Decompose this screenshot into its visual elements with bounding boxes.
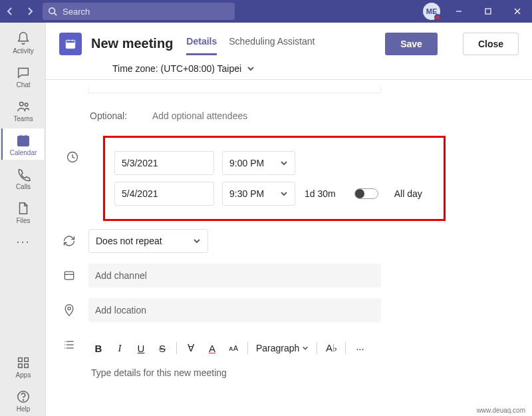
repeat-select[interactable]: Does not repeat [88, 229, 208, 253]
tabs: Details Scheduling Assistant [186, 32, 315, 55]
tab-details[interactable]: Details [186, 32, 217, 55]
chevron-down-icon [302, 345, 309, 351]
all-day-toggle[interactable] [354, 188, 378, 199]
calendar-badge-icon [59, 33, 82, 55]
svg-point-6 [20, 103, 24, 106]
tab-scheduling-assistant[interactable]: Scheduling Assistant [229, 32, 315, 55]
search-icon [48, 7, 57, 16]
svg-line-1 [55, 13, 57, 16]
title-field-placeholder[interactable] [88, 87, 381, 93]
svg-point-17 [23, 399, 23, 400]
font-size-button[interactable]: ᴀA [223, 338, 243, 358]
content-pane: New meeting Details Scheduling Assistant… [45, 23, 532, 416]
watermark: www.deuaq.com [474, 406, 528, 415]
rail-apps[interactable]: Apps [1, 351, 44, 382]
details-textarea[interactable]: Type details for this new meeting [88, 358, 519, 378]
highlight-button[interactable]: ∀ [181, 338, 201, 358]
app-rail: Activity Chat Teams Calendar Calls Files… [0, 23, 45, 416]
svg-rect-15 [25, 364, 29, 368]
end-time-input[interactable]: 9:30 PM [222, 182, 295, 206]
rail-files[interactable]: Files [1, 196, 44, 228]
duration-label: 1d 30m [305, 188, 336, 199]
rail-chat[interactable]: Chat [1, 61, 44, 92]
rich-text-toolbar: B I U S ∀ A ᴀA Paragraph [88, 338, 519, 358]
add-channel-input[interactable]: Add channel [88, 264, 381, 288]
description-icon [59, 338, 79, 351]
optional-label: Optional: [90, 110, 136, 121]
svg-rect-3 [485, 9, 491, 14]
teams-icon [16, 99, 31, 114]
end-date-input[interactable]: 5/4/2021 [114, 182, 214, 206]
chat-icon [16, 65, 31, 80]
phone-icon [16, 167, 31, 182]
svg-point-0 [49, 8, 55, 14]
file-icon [16, 201, 31, 216]
rail-teams[interactable]: Teams [1, 95, 44, 126]
search-input[interactable] [63, 7, 229, 17]
rail-calendar[interactable]: Calendar [1, 128, 44, 160]
optional-attendees-input[interactable] [146, 104, 398, 128]
italic-button[interactable]: I [110, 338, 130, 358]
svg-rect-12 [19, 358, 23, 362]
svg-point-25 [68, 307, 70, 310]
page-header: New meeting Details Scheduling Assistant… [46, 23, 532, 55]
repeat-icon [59, 234, 79, 248]
chevron-down-icon [280, 159, 288, 167]
all-day-label: All day [394, 188, 422, 199]
svg-point-7 [25, 103, 28, 106]
clock-icon [66, 150, 79, 166]
font-color-button[interactable]: A [202, 338, 222, 358]
rail-calls[interactable]: Calls [1, 162, 44, 194]
add-location-input[interactable]: Add location [88, 298, 381, 322]
paragraph-style-select[interactable]: Paragraph [252, 343, 313, 353]
start-date-input[interactable]: 5/3/2021 [114, 151, 214, 175]
presence-badge [434, 14, 441, 21]
chevron-down-icon [193, 237, 201, 245]
bell-icon [16, 31, 31, 46]
close-window-button[interactable] [503, 0, 532, 23]
location-icon [59, 304, 79, 317]
channel-icon [59, 269, 79, 282]
search-box[interactable] [43, 3, 235, 20]
clear-formatting-button[interactable]: A♭ [321, 338, 341, 358]
timezone-label: Time zone: (UTC+08:00) Taipei [112, 63, 241, 74]
start-time-input[interactable]: 9:00 PM [222, 151, 295, 175]
svg-rect-23 [65, 272, 73, 280]
chevron-down-icon [247, 65, 255, 73]
apps-icon [16, 355, 31, 370]
maximize-button[interactable] [473, 0, 503, 23]
avatar[interactable]: ME [423, 3, 440, 20]
rail-help[interactable]: Help [1, 385, 44, 416]
titlebar: ME [0, 0, 532, 23]
nav-forward-button[interactable] [20, 0, 40, 23]
page-title: New meeting [91, 36, 173, 51]
nav-back-button[interactable] [0, 0, 20, 23]
datetime-highlight: 5/3/2021 9:00 PM 5/4/2021 9:30 PM 1d 30m [103, 136, 446, 221]
underline-button[interactable]: U [131, 338, 151, 358]
rail-activity[interactable]: Activity [1, 27, 44, 58]
chevron-down-icon [280, 190, 288, 198]
bold-button[interactable]: B [88, 338, 108, 358]
calendar-icon [16, 133, 31, 148]
svg-rect-13 [25, 358, 29, 362]
close-button[interactable]: Close [463, 33, 519, 55]
rail-more[interactable]: ··· [1, 230, 44, 252]
minimize-button[interactable] [444, 0, 473, 23]
timezone-row[interactable]: Time zone: (UTC+08:00) Taipei [46, 55, 532, 80]
more-formatting-button[interactable]: ··· [350, 338, 370, 358]
save-button[interactable]: Save [385, 33, 438, 55]
svg-rect-8 [18, 136, 29, 146]
svg-rect-19 [66, 40, 75, 43]
svg-rect-14 [19, 364, 23, 368]
strikethrough-button[interactable]: S [152, 338, 172, 358]
help-icon [16, 389, 31, 404]
